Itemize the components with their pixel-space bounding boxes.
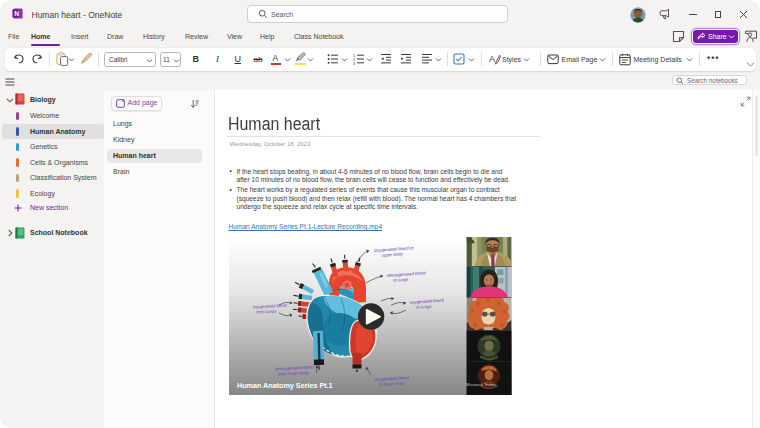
svg-text:Microsoft Teams: Microsoft Teams	[466, 382, 496, 387]
svg-text:3: 3	[353, 61, 356, 65]
svg-text:A: A	[489, 54, 495, 64]
svg-text:N: N	[14, 10, 19, 17]
svg-text:Human Anatomy Series Pt.1: Human Anatomy Series Pt.1	[237, 381, 333, 390]
